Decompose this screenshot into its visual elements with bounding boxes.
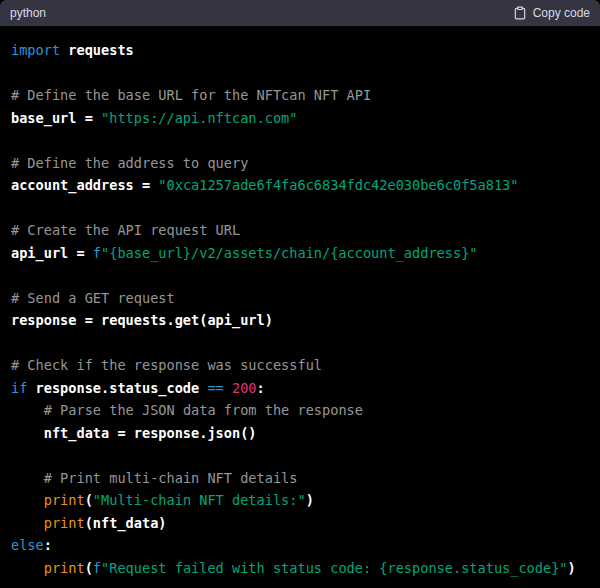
code-token xyxy=(11,402,44,418)
code-token: # Define the base URL for the NFTcan NFT… xyxy=(11,87,371,103)
code-line xyxy=(11,197,589,220)
code-line: response = requests.get(api_url) xyxy=(11,309,589,332)
code-line: if response.status_code == 200: xyxy=(11,377,589,400)
code-token: import xyxy=(11,42,60,58)
code-token: ( xyxy=(85,560,93,576)
code-token: account_address = xyxy=(11,177,158,193)
code-token: "{base_url}/v2/assets/chain/{account_add… xyxy=(101,245,477,261)
code-line: # Create the API request URL xyxy=(11,219,589,242)
code-token: api_url = xyxy=(11,245,93,261)
language-label: python xyxy=(10,7,46,19)
code-token: "Request failed with status code: {respo… xyxy=(101,560,568,576)
code-token: ( xyxy=(85,492,93,508)
code-line: print(nft_data) xyxy=(11,512,589,535)
code-line: api_url = f"{base_url}/v2/assets/chain/{… xyxy=(11,242,589,265)
code-token: # Print multi-chain NFT details xyxy=(44,470,298,486)
code-token: print xyxy=(44,515,85,531)
code-token: ) xyxy=(306,492,314,508)
code-line: print("Multi-chain NFT details:") xyxy=(11,489,589,512)
code-token: # Check if the response was successful xyxy=(11,357,322,373)
code-token: nft_data = response.json() xyxy=(11,425,257,441)
code-token: # Send a GET request xyxy=(11,290,175,306)
code-token: : xyxy=(44,537,52,553)
code-token: print xyxy=(44,560,85,576)
code-token: f xyxy=(93,560,101,576)
code-header: python Copy code xyxy=(0,0,600,26)
code-token: base_url = xyxy=(11,110,101,126)
code-area: import requests # Define the base URL fo… xyxy=(0,26,600,588)
code-line xyxy=(11,332,589,355)
code-content: import requests # Define the base URL fo… xyxy=(11,39,589,579)
code-token: # Parse the JSON data from the response xyxy=(44,402,363,418)
code-token: else xyxy=(11,537,44,553)
code-line: nft_data = response.json() xyxy=(11,422,589,445)
code-token: # Define the address to query xyxy=(11,155,248,171)
code-line xyxy=(11,444,589,467)
code-line: # Define the base URL for the NFTcan NFT… xyxy=(11,84,589,107)
code-token: "Multi-chain NFT details:" xyxy=(93,492,306,508)
code-line: # Check if the response was successful xyxy=(11,354,589,377)
code-token: "https://api.nftcan.com" xyxy=(101,110,297,126)
code-token: 200 xyxy=(232,380,257,396)
code-token: print xyxy=(44,492,85,508)
code-line: # Print multi-chain NFT details xyxy=(11,467,589,490)
code-token: : xyxy=(257,380,265,396)
code-line: base_url = "https://api.nftcan.com" xyxy=(11,107,589,130)
code-line: else: xyxy=(11,534,589,557)
code-line: account_address = "0xca1257ade6f4fa6c683… xyxy=(11,174,589,197)
code-line xyxy=(11,129,589,152)
code-token: (nft_data) xyxy=(85,515,167,531)
code-line xyxy=(11,264,589,287)
code-token: requests xyxy=(60,42,134,58)
code-line: import requests xyxy=(11,39,589,62)
code-token: # Create the API request URL xyxy=(11,222,240,238)
code-token xyxy=(11,492,44,508)
code-line xyxy=(11,62,589,85)
code-line: # Send a GET request xyxy=(11,287,589,310)
code-token: == xyxy=(207,380,223,396)
code-token: "0xca1257ade6f4fa6c6834fdc42e030be6c0f5a… xyxy=(158,177,518,193)
code-token: response.status_code xyxy=(27,380,207,396)
code-line: # Parse the JSON data from the response xyxy=(11,399,589,422)
code-token xyxy=(11,470,44,486)
code-token xyxy=(11,560,44,576)
copy-code-button[interactable]: Copy code xyxy=(513,6,590,20)
code-line: print(f"Request failed with status code:… xyxy=(11,557,589,580)
code-token xyxy=(224,380,232,396)
code-token: if xyxy=(11,380,27,396)
code-line: # Define the address to query xyxy=(11,152,589,175)
code-token: response = requests.get(api_url) xyxy=(11,312,273,328)
code-token: ) xyxy=(568,560,576,576)
clipboard-icon xyxy=(513,6,527,20)
code-token: f xyxy=(93,245,101,261)
code-block: python Copy code import requests # Defin… xyxy=(0,0,600,588)
code-token xyxy=(11,515,44,531)
copy-code-label: Copy code xyxy=(533,6,590,20)
